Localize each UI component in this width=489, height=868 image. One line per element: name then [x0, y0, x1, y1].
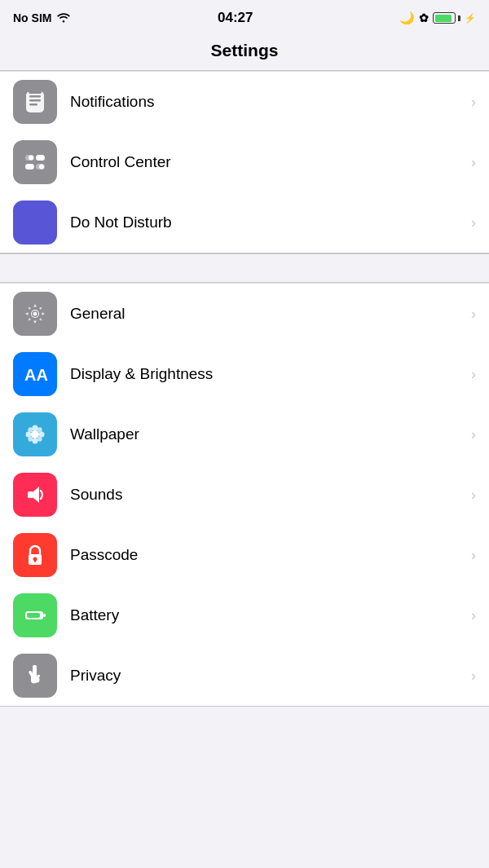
general-icon-bg	[13, 292, 57, 336]
svg-marker-26	[33, 487, 39, 503]
svg-rect-31	[43, 614, 46, 617]
svg-point-22	[37, 427, 42, 432]
svg-point-24	[37, 437, 42, 442]
control-center-chevron: ›	[471, 154, 476, 171]
svg-point-16	[31, 430, 39, 438]
settings-row-display-brightness[interactable]: AA Display & Brightness ›	[0, 344, 489, 404]
passcode-icon	[21, 541, 49, 569]
wifi-icon	[56, 11, 71, 25]
general-chevron: ›	[471, 306, 476, 323]
svg-rect-32	[27, 613, 40, 618]
battery-indicator	[433, 12, 460, 24]
passcode-chevron: ›	[471, 547, 476, 564]
privacy-icon	[21, 662, 49, 690]
do-not-disturb-label: Do Not Disturb	[70, 214, 471, 231]
privacy-icon-bg	[13, 654, 57, 698]
display-icon: AA	[21, 360, 49, 388]
display-label: Display & Brightness	[70, 365, 471, 383]
battery-chevron: ›	[471, 607, 476, 624]
settings-row-sounds[interactable]: Sounds ›	[0, 465, 489, 525]
status-time: 04:27	[218, 10, 253, 26]
svg-point-10	[25, 165, 30, 170]
do-not-disturb-chevron: ›	[471, 214, 476, 231]
general-icon	[21, 300, 49, 328]
svg-rect-1	[29, 95, 41, 98]
svg-point-8	[36, 156, 41, 161]
svg-rect-2	[29, 99, 41, 102]
wallpaper-label: Wallpaper	[70, 425, 471, 443]
passcode-icon-bg	[13, 533, 57, 577]
settings-row-privacy[interactable]: Privacy ›	[0, 645, 489, 706]
wallpaper-chevron: ›	[471, 426, 476, 443]
privacy-label: Privacy	[70, 667, 471, 685]
svg-rect-4	[29, 90, 42, 94]
svg-point-17	[33, 425, 38, 431]
battery-icon-bg	[13, 593, 57, 637]
privacy-chevron: ›	[471, 668, 476, 685]
svg-rect-3	[29, 104, 37, 106]
sounds-label: Sounds	[70, 486, 471, 504]
settings-row-notifications[interactable]: Notifications ›	[0, 72, 489, 132]
status-bar: No SIM 04:27 🌙 ✿ ⚡	[0, 0, 489, 36]
notifications-chevron: ›	[471, 94, 476, 111]
svg-point-14	[33, 312, 37, 316]
sounds-icon-bg	[13, 473, 57, 517]
battery-label: Battery	[70, 606, 471, 624]
status-left: No SIM	[13, 11, 71, 25]
moon-icon: 🌙	[399, 11, 415, 25]
settings-row-battery[interactable]: Battery ›	[0, 585, 489, 645]
settings-row-do-not-disturb[interactable]: Do Not Disturb ›	[0, 192, 489, 253]
display-chevron: ›	[471, 366, 476, 383]
bluetooth-icon: ✿	[419, 11, 429, 24]
status-right: 🌙 ✿ ⚡	[399, 11, 476, 25]
notifications-icon-bg	[13, 80, 57, 124]
carrier-label: No SIM	[13, 11, 51, 24]
display-icon-bg: AA	[13, 352, 57, 396]
svg-rect-29	[34, 559, 36, 562]
settings-row-general[interactable]: General ›	[0, 284, 489, 344]
wallpaper-icon	[21, 421, 49, 448]
settings-group-1: Notifications › Control Center ›	[0, 71, 489, 253]
control-center-icon	[21, 148, 49, 176]
general-label: General	[70, 305, 471, 323]
notifications-label: Notifications	[70, 93, 471, 111]
svg-point-20	[39, 432, 45, 438]
charging-icon: ⚡	[465, 13, 476, 24]
page-title-bar: Settings	[0, 36, 489, 70]
wallpaper-icon-bg	[13, 412, 57, 456]
do-not-disturb-icon-bg	[13, 200, 57, 245]
svg-rect-0	[26, 91, 44, 112]
settings-row-control-center[interactable]: Control Center ›	[0, 132, 489, 192]
settings-row-passcode[interactable]: Passcode ›	[0, 525, 489, 585]
svg-point-12	[39, 165, 44, 170]
sounds-icon	[21, 481, 49, 509]
svg-point-23	[28, 437, 33, 442]
notifications-icon	[21, 88, 49, 116]
control-center-label: Control Center	[70, 153, 471, 171]
svg-point-6	[29, 156, 33, 161]
passcode-label: Passcode	[70, 546, 471, 564]
svg-point-19	[26, 432, 32, 438]
control-center-icon-bg	[13, 140, 57, 184]
svg-text:AA: AA	[24, 366, 48, 384]
do-not-disturb-icon	[21, 209, 49, 236]
battery-icon	[21, 601, 49, 629]
settings-group-2: General › AA Display & Brightness ›	[0, 283, 489, 707]
sounds-chevron: ›	[471, 487, 476, 504]
page-title: Settings	[0, 41, 489, 60]
svg-point-21	[28, 427, 33, 432]
settings-row-wallpaper[interactable]: Wallpaper ›	[0, 404, 489, 465]
watermark	[244, 770, 489, 868]
group-separator	[0, 253, 489, 283]
svg-rect-25	[28, 491, 33, 498]
svg-point-18	[33, 438, 38, 444]
